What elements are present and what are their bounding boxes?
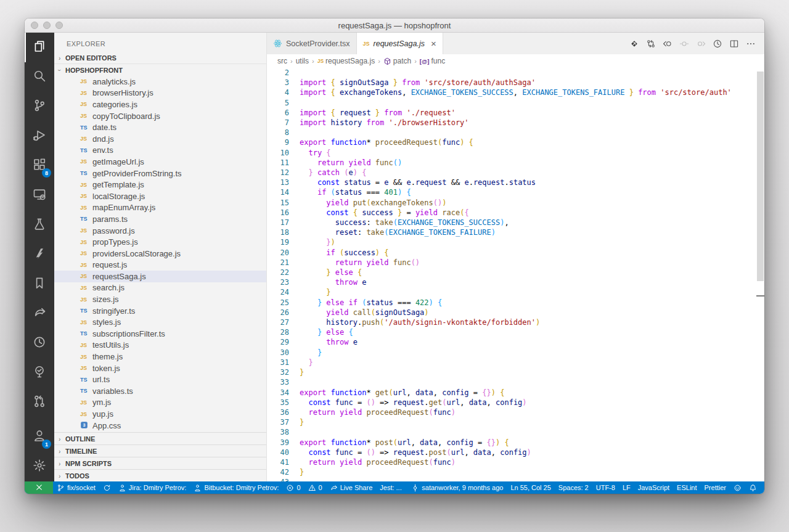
file-item-getProviderFromString.ts[interactable]: TSgetProviderFromString.ts <box>54 168 266 179</box>
activity-item-azure[interactable] <box>25 240 54 269</box>
activity-item-settings[interactable] <box>25 452 54 481</box>
status-encoding[interactable]: UTF-8 <box>592 481 619 494</box>
file-item-dnd.js[interactable]: JSdnd.js <box>54 133 266 145</box>
file-item-date.ts[interactable]: TSdate.ts <box>54 121 266 133</box>
file-item-App.css[interactable]: 3App.css <box>54 420 266 432</box>
zoom-window-button[interactable] <box>55 22 63 29</box>
file-item-styles.js[interactable]: JSstyles.js <box>54 316 266 328</box>
status-branch[interactable]: fix/socket <box>53 481 99 494</box>
file-item-propTypes.js[interactable]: JSpropTypes.js <box>54 236 266 248</box>
file-item-requestSaga.js[interactable]: JSrequestSaga.js <box>54 271 266 282</box>
minimize-window-button[interactable] <box>43 22 51 29</box>
file-item-providersLocalStorage.js[interactable]: JSprovidersLocalStorage.js <box>54 248 266 260</box>
status-live-share[interactable]: Live Share <box>326 481 377 494</box>
activity-item-test[interactable] <box>25 210 54 240</box>
file-item-localStorage.js[interactable]: JSlocalStorage.js <box>54 190 266 202</box>
code-line-23: 23 throw e <box>267 277 764 287</box>
status-jira[interactable]: Jira: Dmitry Petrov: <box>115 481 190 494</box>
status-bitbucket[interactable]: Bitbucket: Dmitry Petrov: <box>190 481 282 494</box>
breadcrumb-item-requestSaga.js[interactable]: JSrequestSaga.js <box>317 57 375 65</box>
tab-SocketProvider.tsx[interactable]: SocketProvider.tsx <box>267 33 357 54</box>
activity-item-search[interactable] <box>25 62 54 92</box>
activity-item-explorer[interactable] <box>25 33 54 62</box>
activity-item-extensions[interactable]: 8 <box>25 151 54 181</box>
tab-requestSaga.js[interactable]: JSrequestSaga.js× <box>357 33 443 54</box>
status-jest[interactable]: Jest: ... <box>376 481 405 494</box>
file-name: url.ts <box>92 375 110 384</box>
close-tab-icon[interactable]: × <box>431 39 436 48</box>
file-item-yup.js[interactable]: JSyup.js <box>54 408 266 420</box>
section-outline[interactable]: ›OUTLINE <box>54 432 266 444</box>
status-language-mode[interactable]: JavaScript <box>634 481 673 494</box>
file-item-getImageUrl.js[interactable]: JSgetImageUrl.js <box>54 156 266 168</box>
remote-indicator[interactable] <box>25 481 53 494</box>
status-eslint[interactable]: ESLint <box>673 481 700 494</box>
close-window-button[interactable] <box>31 22 38 29</box>
breadcrumb-item-patch[interactable]: patch <box>383 57 411 65</box>
tab-bar: SocketProvider.tsxJSrequestSaga.js× <box>267 33 764 54</box>
section-open-editors[interactable]: › OPEN EDITORS <box>54 52 266 63</box>
editor-scrollbar[interactable] <box>757 72 764 281</box>
file-item-copyToClipboard.js[interactable]: JScopyToClipboard.js <box>54 110 266 122</box>
status-warnings[interactable]: 0 <box>305 481 326 494</box>
file-item-categories.js[interactable]: JScategories.js <box>54 99 266 110</box>
file-item-theme.js[interactable]: JStheme.js <box>54 351 266 362</box>
navigate-back-icon[interactable] <box>663 39 672 49</box>
split-editor-icon[interactable] <box>729 39 739 49</box>
file-item-analyticks.js[interactable]: JSanalyticks.js <box>54 76 266 88</box>
breadcrumb-item-func[interactable]: [@]func <box>420 57 445 65</box>
title-bar[interactable]: requestSaga.js — hopshopfront <box>25 18 764 33</box>
file-history-icon[interactable] <box>713 39 722 49</box>
activity-item-todo-tree[interactable] <box>25 358 54 388</box>
file-item-ym.js[interactable]: JSym.js <box>54 397 266 409</box>
activity-item-github-pull-requests[interactable] <box>25 388 54 417</box>
status-prettier[interactable]: Prettier <box>701 481 730 494</box>
file-item-url.ts[interactable]: TSurl.ts <box>54 374 266 385</box>
file-item-token.js[interactable]: JStoken.js <box>54 362 266 374</box>
status-eol[interactable]: LF <box>619 481 634 494</box>
status-notifications[interactable] <box>745 481 761 494</box>
line-number: 18 <box>267 227 300 237</box>
file-item-getTemplate.js[interactable]: JSgetTemplate.js <box>54 179 266 190</box>
breadcrumb-item-utils[interactable]: utils <box>296 57 309 65</box>
section-timeline[interactable]: ›TIMELINE <box>54 444 266 457</box>
status-errors[interactable]: 0 <box>282 481 304 494</box>
activity-item-bookmarks[interactable] <box>25 269 54 299</box>
status-indentation[interactable]: Spaces: 2 <box>555 481 592 494</box>
file-item-params.ts[interactable]: TSparams.ts <box>54 213 266 225</box>
workbench: 8 1 EXPLORER › OPEN EDITORS › HOPSHOPFRO… <box>25 33 764 481</box>
file-item-env.ts[interactable]: TSenv.ts <box>54 145 266 157</box>
code-editor[interactable]: 23import { signOutSaga } from 'src/store… <box>267 68 764 481</box>
activity-item-source-control[interactable] <box>25 92 54 121</box>
window-controls[interactable] <box>31 22 63 29</box>
file-name: search.js <box>92 283 125 292</box>
file-item-subscriptionsFilter.ts[interactable]: TSsubscriptionsFilter.ts <box>54 328 266 340</box>
file-item-mapEnumArray.js[interactable]: JSmapEnumArray.js <box>54 202 266 214</box>
compare-changes-icon[interactable] <box>646 39 656 49</box>
breadcrumb-item-src[interactable]: src <box>277 57 287 65</box>
file-item-request.js[interactable]: JSrequest.js <box>54 260 266 271</box>
activity-item-gitlens[interactable] <box>25 329 54 358</box>
gitlens-compare-icon[interactable] <box>629 39 639 49</box>
more-actions-icon[interactable] <box>746 39 756 49</box>
css-file-icon: 3 <box>80 421 92 430</box>
file-item-password.js[interactable]: JSpassword.js <box>54 225 266 237</box>
file-item-search.js[interactable]: JSsearch.js <box>54 282 266 294</box>
status-cursor-position[interactable]: Ln 55, Col 25 <box>507 481 554 494</box>
file-item-stringifyer.ts[interactable]: TSstringifyer.ts <box>54 305 266 317</box>
file-item-variables.ts[interactable]: TSvariables.ts <box>54 385 266 397</box>
activity-item-live-share[interactable] <box>25 299 54 329</box>
file-item-sizes.js[interactable]: JSsizes.js <box>54 293 266 305</box>
section-root-folder[interactable]: › HOPSHOPFRONT <box>54 63 266 76</box>
activity-item-run-debug[interactable] <box>25 121 54 151</box>
status-sync[interactable] <box>99 481 115 494</box>
code-line-26: 26 yield call(signOutSaga) <box>267 308 764 317</box>
status-blame[interactable]: satanworker, 9 months ago <box>407 481 507 494</box>
file-item-testUtils.js[interactable]: JStestUtils.js <box>54 340 266 351</box>
activity-item-accounts[interactable]: 1 <box>25 422 54 452</box>
section-todos[interactable]: ›TODOS <box>54 469 266 481</box>
status-feedback[interactable] <box>730 481 745 494</box>
file-item-browserHistory.js[interactable]: JSbrowserHistory.js <box>54 88 266 99</box>
activity-item-remote-explorer[interactable] <box>25 181 54 210</box>
section-npm-scripts[interactable]: ›NPM SCRIPTS <box>54 457 266 469</box>
